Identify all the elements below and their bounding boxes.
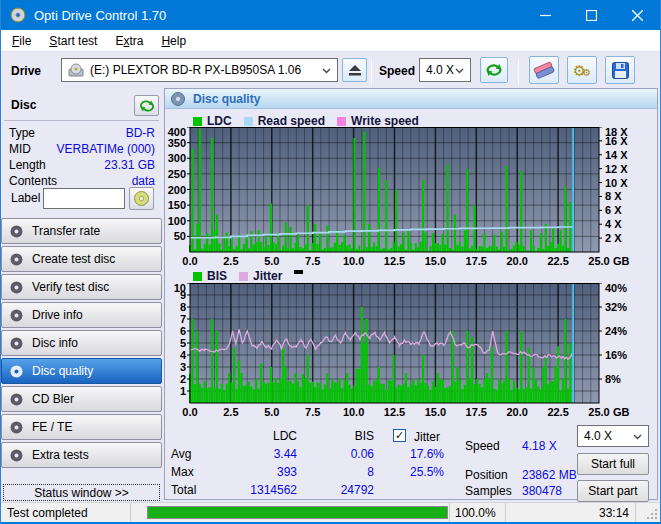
- progress-track: [147, 506, 448, 519]
- svg-text:5: 5: [180, 337, 186, 349]
- svg-text:17.5: 17.5: [466, 406, 487, 418]
- row-avg-label: Avg: [171, 447, 191, 461]
- svg-text:2.5: 2.5: [223, 406, 238, 418]
- col-ldc: LDC: [237, 429, 297, 443]
- sidebar-item-label: Create test disc: [32, 252, 115, 266]
- sidebar-item-extra-tests[interactable]: Extra tests: [1, 442, 162, 468]
- status-window-button[interactable]: Status window >>: [3, 484, 160, 501]
- disc-icon: [134, 191, 149, 206]
- write-speed-legend-swatch: [337, 117, 346, 126]
- svg-text:8: 8: [180, 301, 186, 313]
- svg-text:2: 2: [180, 373, 186, 385]
- refresh-button[interactable]: [480, 57, 508, 83]
- svg-text:100: 100: [168, 215, 186, 227]
- sidebar-item-transfer-rate[interactable]: Transfer rate: [1, 218, 162, 244]
- toolbar: Drive (E:) PLEXTOR BD-R PX-LB950SA 1.06 …: [1, 52, 660, 90]
- svg-text:300: 300: [168, 152, 186, 164]
- position-stat-label: Position: [465, 468, 508, 482]
- sidebar-item-disc-info[interactable]: Disc info: [1, 330, 162, 356]
- statusbar-filler: [636, 503, 660, 522]
- disc-contents-label: Contents: [9, 174, 57, 188]
- disc-mid-row: MID VERBATIMe (000): [9, 142, 155, 156]
- label-field-label: Label: [11, 191, 40, 205]
- svg-text:5.0: 5.0: [264, 406, 279, 418]
- chevron-down-icon: [633, 429, 642, 443]
- disc-refresh-button[interactable]: [134, 95, 159, 116]
- sidebar-item-cd-bler[interactable]: CD Bler: [1, 386, 162, 412]
- speed-select[interactable]: 4.0 X: [419, 58, 471, 82]
- sidebar-item-drive-info[interactable]: Drive info: [1, 302, 162, 328]
- svg-text:7: 7: [180, 313, 186, 325]
- disc-panel-title: Disc: [11, 98, 36, 112]
- svg-text:24%: 24%: [605, 325, 627, 337]
- svg-text:50: 50: [174, 230, 186, 242]
- samples-stat-value: 380478: [522, 484, 562, 498]
- sidebar-item-create-test-disc[interactable]: Create test disc: [1, 246, 162, 272]
- label-input[interactable]: [43, 188, 125, 209]
- row-max-label: Max: [171, 465, 194, 479]
- disc-mid-label: MID: [9, 142, 31, 156]
- max-ldc: 393: [237, 465, 297, 479]
- close-button[interactable]: [614, 0, 660, 30]
- drive-select[interactable]: (E:) PLEXTOR BD-R PX-LB950SA 1.06: [61, 58, 338, 82]
- sidebar-item-label: Transfer rate: [32, 224, 100, 238]
- disc-length-value: 23.31 GB: [104, 158, 155, 172]
- jitter-checkbox[interactable]: ✓: [393, 429, 406, 442]
- legend-marker: [294, 270, 303, 274]
- sidebar-item-fe-te[interactable]: FE / TE: [1, 414, 162, 440]
- ldc-legend-label: LDC: [207, 114, 232, 128]
- svg-text:10: 10: [174, 283, 186, 294]
- svg-text:17.5: 17.5: [466, 255, 487, 267]
- svg-text:7.5: 7.5: [305, 406, 320, 418]
- menu-file[interactable]: File: [3, 31, 40, 51]
- chevron-down-icon: [322, 63, 331, 77]
- write-speed-legend-label: Write speed: [351, 114, 419, 128]
- sidebar-item-label: CD Bler: [32, 392, 74, 406]
- window-title: Opti Drive Control 1.70: [34, 8, 166, 23]
- svg-text:10.0: 10.0: [343, 255, 364, 267]
- statusbar-status: Test completed: [1, 503, 131, 522]
- svg-text:5.0: 5.0: [264, 255, 279, 267]
- test-speed-select[interactable]: 4.0 X: [577, 425, 649, 447]
- disc-icon: [10, 365, 23, 378]
- svg-text:4: 4: [180, 349, 187, 361]
- resize-grip[interactable]: [646, 508, 658, 520]
- gears-icon: ⚙⚙: [573, 63, 591, 78]
- total-bis: 24792: [314, 483, 374, 497]
- svg-text:12.5: 12.5: [384, 406, 405, 418]
- start-part-button[interactable]: Start part: [577, 480, 649, 502]
- menu-extra[interactable]: Extra: [106, 31, 152, 51]
- svg-text:15.0: 15.0: [425, 255, 446, 267]
- disc-type-label: Type: [9, 126, 35, 140]
- disc-contents-row: Contents data: [9, 174, 155, 188]
- disc-label-button[interactable]: [129, 187, 154, 210]
- sidebar-item-label: FE / TE: [32, 420, 72, 434]
- menu-help[interactable]: Help: [152, 31, 195, 51]
- sidebar-item-label: Drive info: [32, 308, 83, 322]
- avg-bis: 0.06: [314, 447, 374, 461]
- maximize-button[interactable]: [568, 0, 614, 30]
- svg-text:25.0: 25.0: [588, 406, 609, 418]
- disc-length-label: Length: [9, 158, 46, 172]
- svg-text:GB: GB: [613, 255, 630, 267]
- svg-text:0.0: 0.0: [182, 255, 197, 267]
- settings-button[interactable]: ⚙⚙: [567, 56, 597, 84]
- disc-icon: [10, 309, 23, 322]
- minimize-button[interactable]: [522, 0, 568, 30]
- svg-text:6 X: 6 X: [605, 204, 622, 216]
- samples-stat-label: Samples: [465, 484, 512, 498]
- disc-length-row: Length 23.31 GB: [9, 158, 155, 172]
- svg-text:400: 400: [168, 127, 186, 138]
- max-jitter: 25.5%: [384, 465, 444, 479]
- menubar: File Start test Extra Help: [1, 30, 660, 52]
- erase-button[interactable]: [529, 56, 559, 84]
- start-full-button[interactable]: Start full: [577, 453, 649, 475]
- disc-icon: [10, 337, 23, 350]
- menu-start-test[interactable]: Start test: [40, 31, 106, 51]
- sidebar-item-verify-test-disc[interactable]: Verify test disc: [1, 274, 162, 300]
- svg-text:10 X: 10 X: [605, 177, 628, 189]
- save-button[interactable]: [605, 56, 635, 84]
- app-disc-icon: [10, 7, 26, 23]
- eject-button[interactable]: [342, 58, 367, 82]
- sidebar-item-disc-quality[interactable]: Disc quality: [1, 358, 162, 384]
